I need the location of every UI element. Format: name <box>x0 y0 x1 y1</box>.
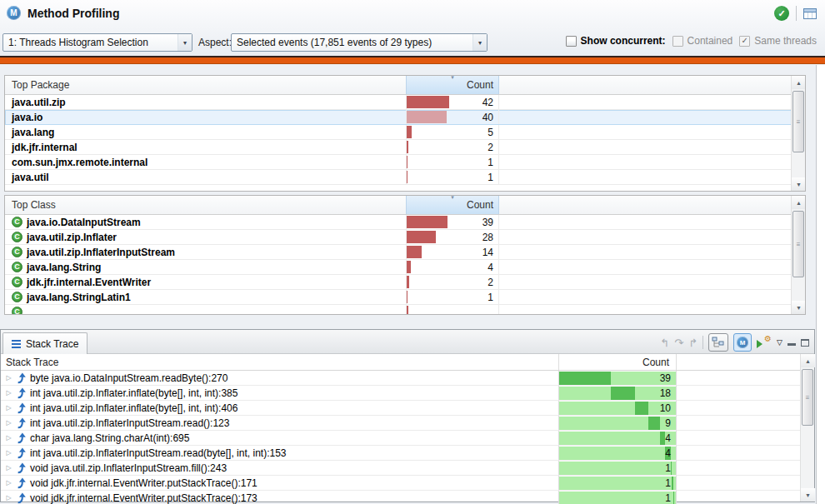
class-icon: C <box>12 262 22 272</box>
count-cell: 4 <box>558 446 677 460</box>
table-row[interactable]: Cjava.util.zip.Inflater28 <box>5 230 805 245</box>
class-name: Cjdk.jfr.internal.EventWriter <box>5 275 406 289</box>
view-menu-icon[interactable]: ▽ <box>777 338 782 347</box>
count-cell: 39 <box>558 371 677 385</box>
row-filler <box>677 371 814 385</box>
stack-trace-row[interactable]: ▷void java.util.zip.InflaterInputStream.… <box>1 461 814 476</box>
tab-stack-trace[interactable]: Stack Trace <box>2 332 88 354</box>
table-row[interactable]: Cjava.lang.StringLatin11 <box>5 290 805 305</box>
count-bar <box>407 171 408 183</box>
expand-arrow-icon[interactable]: ▷ <box>4 374 13 382</box>
count-cell: 1 <box>406 155 499 169</box>
selection-dropdown[interactable]: 1: Threads Histogram Selection ▾ <box>2 33 192 52</box>
top-class-scrollbar[interactable]: ▲ ≡ ▼ <box>791 196 805 314</box>
scroll-down-icon[interactable]: ▼ <box>801 488 815 502</box>
scroll-down-icon[interactable]: ▼ <box>792 301 806 314</box>
table-row[interactable]: java.lang5 <box>5 125 805 140</box>
maximize-icon[interactable] <box>801 339 809 347</box>
count-bar-track <box>559 402 676 415</box>
table-row[interactable]: C <box>5 305 805 315</box>
scroll-up-icon[interactable]: ▲ <box>801 354 815 367</box>
table-row[interactable]: java.io40 <box>5 110 805 125</box>
gear-icon: ⚙ <box>764 334 772 343</box>
table-row[interactable]: Cjava.util.zip.InflaterInputStream14 <box>5 245 805 260</box>
top-class-name-header[interactable]: Top Class <box>5 196 406 214</box>
expand-arrow-icon[interactable]: ▷ <box>4 479 13 487</box>
top-class-count-header[interactable]: ▾ Count <box>406 196 499 214</box>
mission-control-icon: M <box>737 337 748 348</box>
stack-trace-row[interactable]: ▷void jdk.jfr.internal.EventWriter.putSt… <box>1 476 814 491</box>
table-row[interactable]: java.util.zip42 <box>5 95 805 110</box>
scrollbar-thumb[interactable]: ≡ <box>792 91 804 152</box>
count-cell: 18 <box>558 386 677 400</box>
same-threads-checkbox[interactable]: ✓ Same threads <box>739 35 817 47</box>
open-in-new-page-icon[interactable]: ⚙ <box>757 336 772 349</box>
stack-frame-arrow-icon <box>16 387 28 399</box>
nav-next-frame-icon[interactable]: ↱ <box>688 337 698 348</box>
count-value: 39 <box>660 372 671 384</box>
minimize-icon[interactable] <box>788 343 796 346</box>
top-package-count-header[interactable]: ▾ Count <box>406 76 499 94</box>
expand-arrow-icon[interactable]: ▷ <box>4 464 13 472</box>
table-row[interactable]: java.util1 <box>5 170 805 185</box>
chevron-down-icon: ▾ <box>472 34 487 51</box>
class-name: C <box>5 305 406 315</box>
checkbox-box[interactable] <box>566 36 577 47</box>
mission-control-view-toggle[interactable]: M <box>733 333 752 352</box>
expand-arrow-icon[interactable]: ▷ <box>4 389 13 397</box>
row-filler <box>499 275 805 289</box>
stack-trace-name-header[interactable]: Stack Trace <box>1 354 558 370</box>
expand-arrow-icon[interactable]: ▷ <box>4 449 13 457</box>
class-icon: C <box>12 307 22 315</box>
top-package-name-header[interactable]: Top Package <box>5 76 406 94</box>
expand-arrow-icon[interactable]: ▷ <box>4 434 13 442</box>
table-row[interactable]: Cjava.lang.String4 <box>5 260 805 275</box>
stack-trace-row[interactable]: ▷char java.lang.String.charAt(int):6954 <box>1 431 814 446</box>
stack-trace-scrollbar[interactable]: ▲ ≡ ▼ <box>800 354 814 502</box>
count-value: 1 <box>488 292 493 303</box>
package-name: java.util.zip <box>5 95 406 109</box>
stack-trace-row[interactable]: ▷void jdk.jfr.internal.EventWriter.putSt… <box>1 491 814 504</box>
table-row[interactable]: Cjava.io.DataInputStream39 <box>5 215 805 230</box>
aspect-dropdown[interactable]: Selected events (17,851 events of 29 typ… <box>231 33 488 52</box>
count-value: 4 <box>488 262 493 273</box>
stack-frame-arrow-icon <box>16 417 28 429</box>
count-value: 39 <box>482 217 493 228</box>
count-cell: 2 <box>406 140 499 154</box>
scrollbar-thumb[interactable]: ≡ <box>802 369 813 426</box>
scroll-up-icon[interactable]: ▲ <box>792 76 806 89</box>
table-row[interactable]: jdk.jfr.internal2 <box>5 140 805 155</box>
scroll-down-icon[interactable]: ▼ <box>792 177 806 191</box>
expand-arrow-icon[interactable]: ▷ <box>4 404 13 412</box>
stack-trace-rows: ▷byte java.io.DataInputStream.readByte()… <box>1 371 814 504</box>
top-class-rows: Cjava.io.DataInputStream39Cjava.util.zip… <box>5 215 805 315</box>
top-package-scrollbar[interactable]: ▲ ≡ ▼ <box>791 76 805 191</box>
tree-view-toggle[interactable] <box>708 333 728 352</box>
scrollbar-thumb[interactable]: ≡ <box>792 211 804 277</box>
name-text: java.util <box>12 172 49 183</box>
stack-trace-row[interactable]: ▷int java.util.zip.Inflater.inflate(byte… <box>1 386 814 401</box>
stack-trace-row[interactable]: ▷int java.util.zip.InflaterInputStream.r… <box>1 446 814 461</box>
name-text: com.sun.jmx.remote.internal <box>12 157 148 168</box>
selection-dropdown-value: 1: Threads Histogram Selection <box>3 37 178 48</box>
contained-checkbox[interactable]: Contained <box>672 35 733 47</box>
stack-trace-count-header[interactable]: Count <box>558 354 677 370</box>
nav-reset-frame-icon[interactable]: ↷ <box>674 337 683 348</box>
class-icon: C <box>12 217 22 227</box>
row-filler <box>677 476 814 490</box>
table-row[interactable]: Cjdk.jfr.internal.EventWriter2 <box>5 275 805 290</box>
count-value: 1 <box>488 157 493 168</box>
show-concurrent-checkbox[interactable]: Show concurrent: <box>566 35 666 47</box>
table-row[interactable]: com.sun.jmx.remote.internal1 <box>5 155 805 170</box>
stack-trace-row[interactable]: ▷byte java.io.DataInputStream.readByte()… <box>1 371 814 386</box>
count-value: 4 <box>665 447 671 459</box>
table-settings-icon[interactable] <box>803 8 817 19</box>
nav-previous-frame-icon[interactable]: ↰ <box>660 337 669 348</box>
stack-trace-row[interactable]: ▷int java.util.zip.InflaterInputStream.r… <box>1 416 814 431</box>
stack-trace-row[interactable]: ▷int java.util.zip.Inflater.inflate(byte… <box>1 401 814 416</box>
count-bar-track <box>559 432 676 445</box>
expand-arrow-icon[interactable]: ▷ <box>4 419 13 427</box>
expand-arrow-icon[interactable]: ▷ <box>4 494 13 502</box>
scroll-up-icon[interactable]: ▲ <box>792 196 806 209</box>
count-value: 42 <box>482 97 493 108</box>
